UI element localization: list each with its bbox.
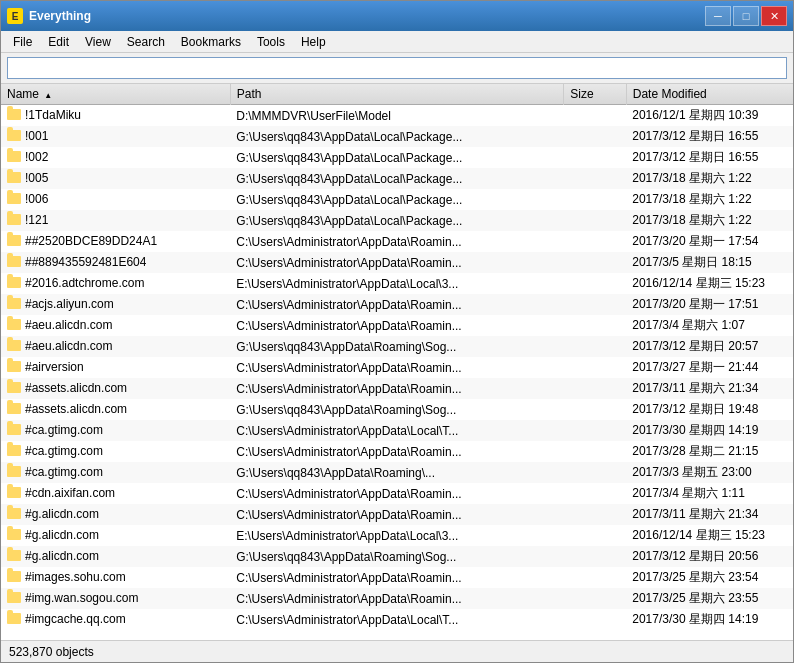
cell-size — [564, 483, 627, 504]
cell-path: G:\Users\qq843\AppData\Local\Package... — [230, 126, 563, 147]
file-table: Name ▲ Path Size Date Modified !1TdaMiku… — [1, 84, 793, 630]
cell-path: C:\Users\Administrator\AppData\Roamin... — [230, 357, 563, 378]
file-name: #assets.alicdn.com — [25, 381, 127, 395]
table-row[interactable]: #ca.gtimg.comC:\Users\Administrator\AppD… — [1, 420, 793, 441]
table-row[interactable]: #ca.gtimg.comG:\Users\qq843\AppData\Roam… — [1, 462, 793, 483]
file-name: #g.alicdn.com — [25, 549, 99, 563]
cell-size — [564, 336, 627, 357]
folder-icon — [7, 235, 21, 246]
cell-path: C:\Users\Administrator\AppData\Roamin... — [230, 294, 563, 315]
table-row[interactable]: !006G:\Users\qq843\AppData\Local\Package… — [1, 189, 793, 210]
file-name: #img.wan.sogou.com — [25, 591, 138, 605]
cell-path: D:\MMMDVR\UserFile\Model — [230, 105, 563, 127]
file-table-container[interactable]: Name ▲ Path Size Date Modified !1TdaMiku… — [1, 84, 793, 640]
menu-tools[interactable]: Tools — [249, 33, 293, 51]
cell-date: 2017/3/25 星期六 23:54 — [626, 567, 793, 588]
cell-size — [564, 168, 627, 189]
folder-icon — [7, 151, 21, 162]
col-header-size[interactable]: Size — [564, 84, 627, 105]
folder-icon — [7, 361, 21, 372]
folder-icon — [7, 466, 21, 477]
cell-size — [564, 210, 627, 231]
table-row[interactable]: !002G:\Users\qq843\AppData\Local\Package… — [1, 147, 793, 168]
folder-icon — [7, 613, 21, 624]
cell-name: #aeu.alicdn.com — [1, 315, 230, 336]
cell-name: !121 — [1, 210, 230, 231]
cell-name: #acjs.aliyun.com — [1, 294, 230, 315]
table-row[interactable]: ##2520BDCE89DD24A1C:\Users\Administrator… — [1, 231, 793, 252]
table-row[interactable]: #g.alicdn.comC:\Users\Administrator\AppD… — [1, 504, 793, 525]
cell-size — [564, 462, 627, 483]
cell-size — [564, 273, 627, 294]
table-row[interactable]: #2016.adtchrome.comE:\Users\Administrato… — [1, 273, 793, 294]
cell-path: G:\Users\qq843\AppData\Local\Package... — [230, 147, 563, 168]
window-controls: ─ □ ✕ — [705, 6, 787, 26]
minimize-button[interactable]: ─ — [705, 6, 731, 26]
cell-date: 2017/3/30 星期四 14:19 — [626, 609, 793, 630]
cell-size — [564, 546, 627, 567]
app-icon: E — [7, 8, 23, 24]
cell-path: C:\Users\Administrator\AppData\Roamin... — [230, 315, 563, 336]
table-row[interactable]: #assets.alicdn.comC:\Users\Administrator… — [1, 378, 793, 399]
menu-help[interactable]: Help — [293, 33, 334, 51]
cell-path: E:\Users\Administrator\AppData\Local\3..… — [230, 273, 563, 294]
table-row[interactable]: !005G:\Users\qq843\AppData\Local\Package… — [1, 168, 793, 189]
table-row[interactable]: #airversionC:\Users\Administrator\AppDat… — [1, 357, 793, 378]
cell-size — [564, 525, 627, 546]
file-name: #aeu.alicdn.com — [25, 318, 112, 332]
close-button[interactable]: ✕ — [761, 6, 787, 26]
cell-path: G:\Users\qq843\AppData\Roaming\Sog... — [230, 399, 563, 420]
cell-date: 2017/3/3 星期五 23:00 — [626, 462, 793, 483]
cell-name: #ca.gtimg.com — [1, 441, 230, 462]
table-row[interactable]: ##889435592481E604C:\Users\Administrator… — [1, 252, 793, 273]
cell-date: 2017/3/11 星期六 21:34 — [626, 504, 793, 525]
table-row[interactable]: #g.alicdn.comE:\Users\Administrator\AppD… — [1, 525, 793, 546]
col-header-date[interactable]: Date Modified — [626, 84, 793, 105]
table-row[interactable]: !001G:\Users\qq843\AppData\Local\Package… — [1, 126, 793, 147]
cell-date: 2017/3/4 星期六 1:11 — [626, 483, 793, 504]
cell-size — [564, 420, 627, 441]
cell-path: C:\Users\Administrator\AppData\Local\T..… — [230, 420, 563, 441]
col-header-path[interactable]: Path — [230, 84, 563, 105]
search-input[interactable] — [7, 57, 787, 79]
folder-icon — [7, 403, 21, 414]
cell-size — [564, 294, 627, 315]
maximize-button[interactable]: □ — [733, 6, 759, 26]
table-row[interactable]: #aeu.alicdn.comC:\Users\Administrator\Ap… — [1, 315, 793, 336]
cell-path: G:\Users\qq843\AppData\Roaming\Sog... — [230, 336, 563, 357]
file-name: #ca.gtimg.com — [25, 465, 103, 479]
menu-file[interactable]: File — [5, 33, 40, 51]
table-row[interactable]: #cdn.aixifan.comC:\Users\Administrator\A… — [1, 483, 793, 504]
table-row[interactable]: !121G:\Users\qq843\AppData\Local\Package… — [1, 210, 793, 231]
cell-size — [564, 105, 627, 127]
table-row[interactable]: #ca.gtimg.comC:\Users\Administrator\AppD… — [1, 441, 793, 462]
cell-name: ##2520BDCE89DD24A1 — [1, 231, 230, 252]
menu-search[interactable]: Search — [119, 33, 173, 51]
table-row[interactable]: #images.sohu.comC:\Users\Administrator\A… — [1, 567, 793, 588]
folder-icon — [7, 424, 21, 435]
table-row[interactable]: #imgcache.qq.comC:\Users\Administrator\A… — [1, 609, 793, 630]
cell-date: 2017/3/12 星期日 16:55 — [626, 126, 793, 147]
table-row[interactable]: !1TdaMikuD:\MMMDVR\UserFile\Model2016/12… — [1, 105, 793, 127]
table-row[interactable]: #assets.alicdn.comG:\Users\qq843\AppData… — [1, 399, 793, 420]
file-name: #images.sohu.com — [25, 570, 126, 584]
folder-icon — [7, 592, 21, 603]
col-header-name[interactable]: Name ▲ — [1, 84, 230, 105]
cell-size — [564, 504, 627, 525]
cell-name: !1TdaMiku — [1, 105, 230, 127]
menu-bookmarks[interactable]: Bookmarks — [173, 33, 249, 51]
cell-name: #imgcache.qq.com — [1, 609, 230, 630]
cell-date: 2017/3/18 星期六 1:22 — [626, 189, 793, 210]
table-row[interactable]: #img.wan.sogou.comC:\Users\Administrator… — [1, 588, 793, 609]
status-bar: 523,870 objects — [1, 640, 793, 662]
table-row[interactable]: #aeu.alicdn.comG:\Users\qq843\AppData\Ro… — [1, 336, 793, 357]
folder-icon — [7, 529, 21, 540]
menu-edit[interactable]: Edit — [40, 33, 77, 51]
table-row[interactable]: #g.alicdn.comG:\Users\qq843\AppData\Roam… — [1, 546, 793, 567]
file-name: ##889435592481E604 — [25, 255, 146, 269]
cell-size — [564, 441, 627, 462]
cell-path: C:\Users\Administrator\AppData\Local\T..… — [230, 609, 563, 630]
cell-size — [564, 588, 627, 609]
menu-view[interactable]: View — [77, 33, 119, 51]
table-row[interactable]: #acjs.aliyun.comC:\Users\Administrator\A… — [1, 294, 793, 315]
